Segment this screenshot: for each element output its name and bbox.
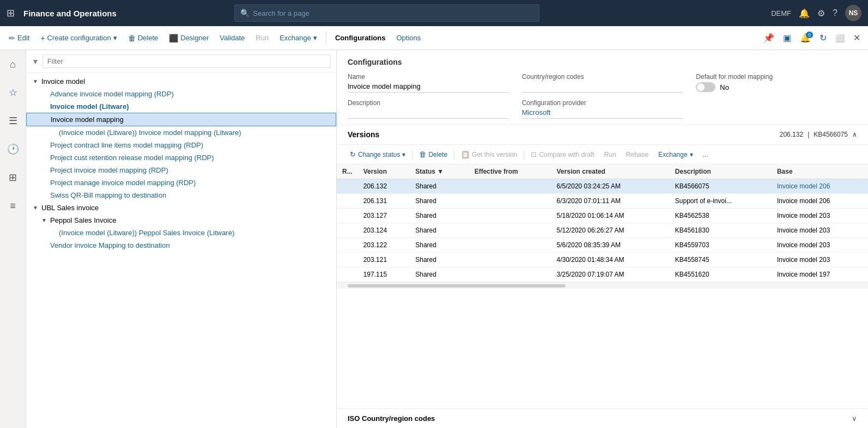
grid-nav-icon[interactable]: ⊞ — [3, 168, 23, 187]
close-icon[interactable]: ✕ — [850, 30, 864, 45]
config-provider-value[interactable]: Microsoft — [522, 108, 683, 119]
get-version-button[interactable]: 📋 Get this version — [457, 148, 521, 161]
versions-exchange-button[interactable]: Exchange ▾ — [654, 149, 697, 161]
star-nav-icon[interactable]: ☆ — [3, 83, 23, 102]
config-provider-field: Configuration provider Microsoft — [522, 99, 683, 119]
list-nav-icon[interactable]: ☰ — [3, 111, 23, 131]
cell-effective-from — [469, 209, 551, 223]
top-nav-right: DEMF 🔔 ⚙ ? NS — [771, 5, 861, 21]
iso-section[interactable]: ISO Country/region codes ∨ — [337, 408, 868, 428]
table-row[interactable]: 203.121Shared4/30/2020 01:48:34 AMKB4558… — [337, 253, 868, 267]
panel-icon[interactable]: ▣ — [780, 30, 794, 45]
table-row[interactable]: 203.122Shared5/6/2020 08:35:39 AMKB45597… — [337, 238, 868, 253]
tree-item[interactable]: Invoice model mapping — [26, 113, 336, 126]
delete-button[interactable]: 🗑 Delete — [124, 32, 163, 45]
detail-panel: Configurations Name Invoice model mappin… — [337, 50, 868, 428]
table-row[interactable]: 203.127Shared5/18/2020 01:06:14 AMKB4562… — [337, 209, 868, 223]
tree-panel: ▼ ▼Invoice modelAdvance invoice model ma… — [26, 50, 337, 428]
notification-badge-icon[interactable]: 🔔0 — [797, 30, 814, 45]
cell-status: Shared — [410, 209, 469, 223]
create-configuration-button[interactable]: + Create configuration ▾ — [36, 32, 121, 45]
horizontal-scrollbar[interactable] — [337, 282, 868, 289]
table-row[interactable]: 203.124Shared5/12/2020 06:26:27 AMKB4561… — [337, 223, 868, 238]
change-status-button[interactable]: ↻ Change status ▾ — [345, 148, 410, 161]
col-description[interactable]: Description — [670, 164, 772, 179]
expand-icon[interactable]: ▼ — [33, 78, 39, 84]
expand-icon[interactable]: ⬜ — [832, 32, 848, 45]
filter-input[interactable] — [43, 54, 331, 68]
report-nav-icon[interactable]: ≡ — [3, 196, 23, 216]
rebase-button[interactable]: Rebase — [622, 149, 653, 161]
home-nav-icon[interactable]: ⌂ — [3, 54, 23, 74]
exchange-button[interactable]: Exchange ▾ — [275, 32, 321, 44]
configurations-tab[interactable]: Configurations — [331, 32, 390, 44]
refresh-icon[interactable]: ↻ — [816, 30, 830, 45]
versions-delete-button[interactable]: 🗑 Delete — [415, 148, 452, 161]
clock-nav-icon[interactable]: 🕐 — [3, 139, 23, 159]
designer-button[interactable]: ⬛ Designer — [165, 32, 213, 45]
tree-item[interactable]: Advance invoice model mapping (RDP) — [26, 88, 336, 100]
notification-icon[interactable]: 🔔 — [799, 8, 810, 19]
country-field: Country/region codes — [522, 73, 683, 93]
tree-item[interactable]: Invoice model (Litware) — [26, 100, 336, 113]
help-icon[interactable]: ? — [833, 8, 837, 18]
col-version-created[interactable]: Version created — [551, 164, 670, 179]
validate-button[interactable]: Validate — [215, 32, 249, 44]
toggle-switch[interactable] — [696, 82, 715, 92]
table-row[interactable]: 197.115Shared3/25/2020 07:19:07 AMKB4551… — [337, 267, 868, 282]
cell-version: 206.131 — [358, 194, 410, 209]
tree-item[interactable]: Swiss QR-Bill mapping to destination — [26, 189, 336, 201]
name-label: Name — [348, 73, 509, 81]
cell-version-created: 5/6/2020 08:35:39 AM — [551, 238, 670, 253]
expand-icon[interactable]: ▼ — [33, 205, 39, 211]
table-row[interactable]: 206.132Shared6/5/2020 03:24:25 AMKB45660… — [337, 179, 868, 194]
more-button[interactable]: ... — [699, 149, 713, 161]
tree-item[interactable]: (Invoice model (Litware)) Peppol Sales I… — [26, 227, 336, 239]
user-avatar[interactable]: NS — [845, 5, 861, 21]
tree-item[interactable]: ▼UBL Sales invoice — [26, 201, 336, 214]
col-effective-from[interactable]: Effective from — [469, 164, 551, 179]
cell-base: Invoice model 206 — [772, 194, 868, 209]
search-bar[interactable]: 🔍 — [234, 4, 539, 22]
tree-item[interactable]: Project cust retention release model map… — [26, 151, 336, 164]
run-button[interactable]: Run — [251, 32, 273, 44]
tree-item[interactable]: Project contract line items model mappin… — [26, 139, 336, 151]
edit-button[interactable]: ✏ Edit — [4, 32, 34, 45]
col-base[interactable]: Base — [772, 164, 868, 179]
cell-base: Invoice model 203 — [772, 223, 868, 238]
cell-version: 203.122 — [358, 238, 410, 253]
top-navigation: ⊞ Finance and Operations 🔍 DEMF 🔔 ⚙ ? NS — [0, 0, 868, 26]
pinned-icon[interactable]: 📌 — [760, 30, 778, 45]
config-provider-label: Configuration provider — [522, 99, 683, 107]
configurations-section: Configurations Name Invoice model mappin… — [337, 50, 868, 125]
versions-toolbar: ↻ Change status ▾ 🗑 Delete 📋 Get this ve… — [337, 145, 868, 164]
tree-item[interactable]: ▼Peppol Sales Invoice — [26, 214, 336, 227]
version-code: 206.132 — [780, 131, 803, 138]
tree-item[interactable]: Project invoice model mapping (RDP) — [26, 164, 336, 176]
tree-item-label: Project cust retention release model map… — [50, 154, 214, 162]
tree-item[interactable]: Project manage invoice model mapping (RD… — [26, 176, 336, 189]
grid-icon[interactable]: ⊞ — [7, 7, 15, 19]
tree-item-label: UBL Sales invoice — [41, 204, 99, 212]
chevron-down-icon-exchange: ▾ — [313, 34, 317, 42]
main-layout: ⌂ ☆ ☰ 🕐 ⊞ ≡ ▼ ▼Invoice modelAdvance invo… — [0, 50, 868, 428]
tree-item[interactable]: (Invoice model (Litware)) Invoice model … — [26, 126, 336, 139]
tree-item[interactable]: ▼Invoice model — [26, 75, 336, 88]
versions-run-button[interactable]: Run — [600, 149, 621, 161]
compare-draft-button[interactable]: ⊡ Compare with draft — [526, 148, 598, 161]
collapse-icon[interactable]: ∧ — [852, 131, 857, 138]
col-version[interactable]: Version — [358, 164, 410, 179]
versions-header: Versions 206.132 | KB4566075 ∧ — [337, 125, 868, 145]
col-status[interactable]: Status ▼ — [410, 164, 469, 179]
ver-separator-2 — [454, 150, 454, 160]
cell-base[interactable]: Invoice model 206 — [772, 179, 868, 194]
expand-icon[interactable]: ▼ — [41, 217, 48, 223]
tree-item[interactable]: Vendor invoice Mapping to destination — [26, 239, 336, 252]
filter-icon[interactable]: ▼ — [32, 57, 39, 66]
iso-header: ISO Country/region codes — [348, 414, 435, 423]
search-input[interactable] — [253, 9, 533, 17]
options-tab[interactable]: Options — [392, 32, 425, 44]
settings-icon[interactable]: ⚙ — [817, 8, 825, 19]
cell-description: KB4559703 — [670, 238, 772, 253]
table-row[interactable]: 206.131Shared6/3/2020 07:01:11 AMSupport… — [337, 194, 868, 209]
